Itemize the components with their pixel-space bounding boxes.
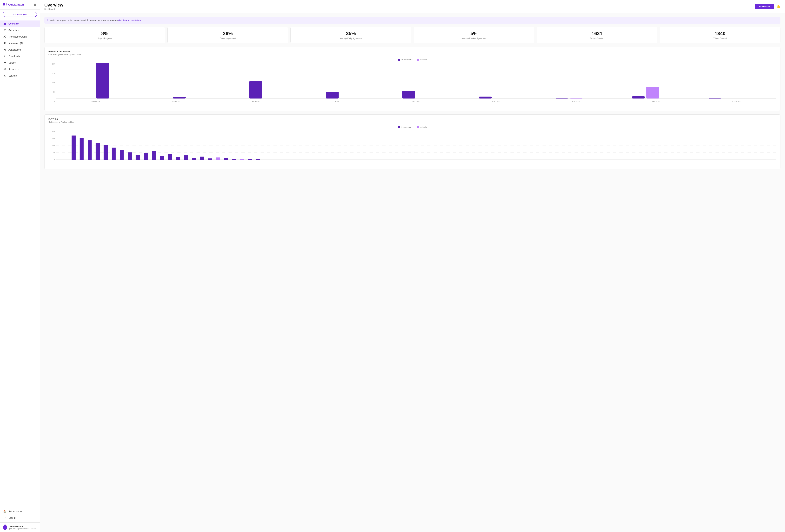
bar-tyler-6: [555, 98, 568, 99]
entities-legend-tyler-dot: [398, 126, 400, 128]
sidebar-item-label-knowledge-graph: Knowledge Graph: [8, 35, 27, 38]
user-info: tyler-research tyler.bikaun@research.uwa…: [9, 525, 36, 530]
svg-rect-23: [4, 62, 6, 62]
entities-legend-tyler-label: tyler-research: [401, 126, 413, 128]
progress-chart-area: 360 270 180 90 0 06/04/202307/04/2023: [48, 63, 776, 107]
sidebar-item-knowledge-graph[interactable]: Knowledge Graph: [0, 33, 40, 40]
stat-value-0: 8%: [47, 31, 162, 36]
bar-tyler-3: [326, 92, 339, 99]
guidelines-icon: [3, 29, 6, 32]
entity-bar: [240, 159, 244, 160]
entity-bar: [80, 138, 84, 160]
sidebar-item-label-overview: Overview: [8, 22, 19, 25]
sidebar-item-annotators[interactable]: Annotators (2): [0, 40, 40, 47]
entities-legend-melinda-dot: [417, 126, 419, 128]
project-badge[interactable]: MaintIE Project: [3, 12, 37, 17]
legend-tyler-label: tyler-research: [401, 58, 413, 61]
entity-bar: [144, 153, 148, 160]
y-label-270: 270: [52, 73, 55, 74]
svg-rect-25: [4, 63, 6, 64]
resources-icon: [3, 68, 6, 71]
sidebar-item-return-home[interactable]: 🏠 Return Home: [0, 508, 40, 515]
stat-value-4: 1621: [539, 31, 655, 36]
sidebar-item-label-resources: Resources: [8, 68, 19, 71]
sidebar-item-guidelines[interactable]: Guidelines: [0, 27, 40, 33]
entities-y-axis: 240 180 120 60 0: [48, 131, 56, 160]
sidebar-item-downloads[interactable]: Downloads: [0, 53, 40, 59]
svg-rect-21: [5, 50, 6, 51]
progress-chart-legend: tyler-research melinda: [48, 58, 776, 61]
documentation-link[interactable]: visit the documentation.: [118, 19, 141, 22]
sidebar-item-logout[interactable]: ↪ Logout: [0, 515, 40, 521]
user-email: tyler.bikaun@research.uwa.edu.au: [9, 528, 36, 530]
entity-bar: [104, 145, 108, 160]
stat-label-5: Triples Created: [662, 37, 778, 40]
x-label: 22/04/2023: [296, 100, 376, 102]
y-label-180: 180: [52, 82, 55, 83]
entity-bar: [232, 159, 236, 160]
svg-rect-24: [4, 62, 6, 63]
logout-icon: ↪: [3, 516, 6, 519]
svg-point-15: [4, 43, 5, 43]
legend-melinda-dot: [417, 59, 419, 60]
x-labels-row: 06/04/202307/04/202308/04/202322/04/2023…: [56, 100, 776, 102]
y-axis: 360 270 180 90 0: [48, 63, 56, 102]
bar-melinda-7: [647, 86, 659, 99]
logo-icon: [3, 3, 6, 6]
bar-tyler-5: [479, 97, 492, 99]
entity-bar: [128, 152, 132, 160]
bar-tyler-1: [173, 97, 185, 99]
svg-rect-17: [4, 49, 5, 49]
sidebar-header: QuickGraph ☰: [0, 0, 40, 9]
svg-rect-1: [4, 23, 5, 25]
hamburger-icon[interactable]: ☰: [34, 3, 36, 6]
sidebar-item-settings[interactable]: Settings: [0, 73, 40, 79]
sidebar-item-resources[interactable]: Resources: [0, 66, 40, 73]
entities-legend-melinda-label: melinda: [420, 126, 427, 128]
stat-card-2: 35% Average Entity Agreement: [290, 27, 411, 43]
sidebar-item-label-dataset: Dataset: [8, 61, 16, 64]
x-label: 07/04/2023: [136, 100, 216, 102]
topbar-actions: ANNOTATE 🔔: [755, 4, 781, 9]
x-label: 08/04/2023: [216, 100, 296, 102]
knowledge-graph-icon: [3, 35, 6, 38]
stat-value-5: 1340: [662, 31, 778, 36]
entity-bar: [160, 156, 164, 160]
bar-tyler-0: [96, 63, 109, 99]
svg-point-26: [4, 69, 5, 70]
entity-bar: [256, 159, 260, 160]
home-icon: 🏠: [3, 510, 6, 513]
entities-chart-legend: tyler-research melinda: [48, 126, 776, 128]
svg-line-11: [4, 36, 4, 36]
user-name: tyler-research: [9, 525, 36, 528]
stat-label-1: Overall Agreement: [170, 37, 285, 40]
avatar: t: [3, 525, 7, 530]
notification-bell-icon[interactable]: 🔔: [776, 4, 781, 8]
sidebar-item-adjudication[interactable]: Adjudication: [0, 47, 40, 53]
stat-label-2: Average Entity Agreement: [293, 37, 408, 40]
entity-bar: [136, 155, 140, 160]
entities-legend-melinda: melinda: [417, 126, 427, 128]
sidebar-item-dataset[interactable]: Dataset: [0, 59, 40, 66]
page-subtitle: Dashboard: [44, 8, 63, 10]
entity-bar: [152, 151, 156, 160]
sidebar-item-label-downloads: Downloads: [8, 55, 20, 57]
svg-line-13: [4, 37, 4, 37]
info-icon: ℹ: [47, 19, 48, 22]
svg-rect-3: [4, 29, 6, 30]
overview-icon: [3, 22, 6, 25]
annotate-button[interactable]: ANNOTATE: [755, 4, 774, 9]
page-title-group: Overview Dashboard: [44, 3, 63, 10]
stat-card-3: 5% Average Relation Agreement: [414, 27, 534, 43]
y-label-90: 90: [53, 91, 55, 93]
legend-melinda-label: melinda: [420, 58, 427, 61]
entity-bar: [224, 158, 228, 160]
svg-point-6: [4, 36, 5, 37]
downloads-icon: [3, 55, 6, 58]
sidebar-item-overview[interactable]: Overview: [0, 21, 40, 27]
sidebar-item-label-annotators: Annotators (2): [8, 42, 23, 45]
svg-line-14: [5, 37, 5, 37]
topbar: Overview Dashboard ANNOTATE 🔔: [40, 0, 785, 13]
progress-chart-title: PROJECT PROGRESS: [48, 51, 776, 53]
svg-point-7: [4, 36, 4, 36]
